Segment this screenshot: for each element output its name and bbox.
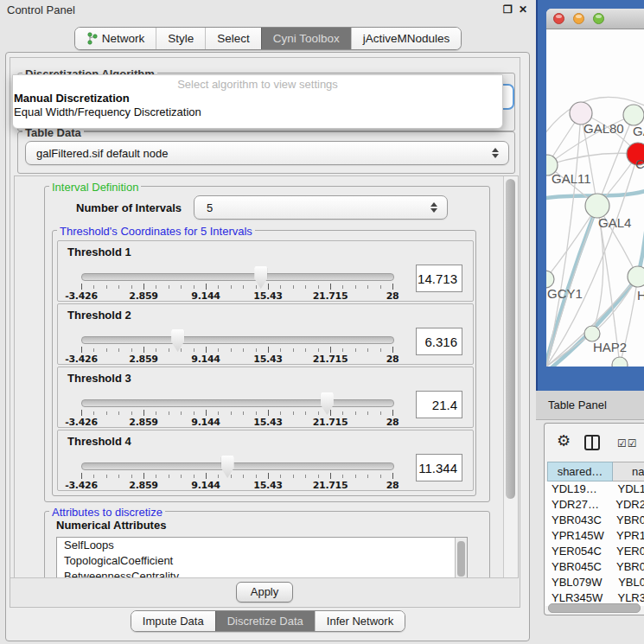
slider-tick — [181, 411, 182, 415]
table-row[interactable]: YER054CYER0 — [545, 544, 644, 559]
threshold-value-field[interactable]: 6.316 — [416, 328, 462, 355]
slider-tick-label: 2.859 — [122, 354, 165, 365]
slider-thumb[interactable] — [171, 329, 184, 352]
slider-tick — [156, 411, 156, 415]
tab-select[interactable]: Select — [205, 28, 261, 49]
slider-tick — [293, 285, 294, 289]
checkbox-icons[interactable]: ☑☑ — [617, 437, 638, 450]
slider-track[interactable] — [81, 399, 394, 407]
tab-jactivemnodules[interactable]: jActiveMNodules — [351, 28, 462, 49]
slider-tick — [367, 411, 368, 415]
node-right-h[interactable] — [628, 266, 644, 287]
table-data-combobox[interactable]: galFiltered.sif default node — [25, 141, 509, 165]
close-icon[interactable]: ✕ — [519, 3, 527, 16]
slider-tick — [305, 411, 306, 415]
tab-network[interactable]: Network — [75, 28, 156, 49]
slider-tick — [256, 475, 257, 478]
horizontal-scrollbar-thumb[interactable] — [548, 603, 641, 613]
node-label: GAL11 — [552, 171, 591, 186]
slider-tick — [355, 475, 356, 478]
node-gcy1[interactable] — [546, 271, 554, 288]
settings-scrollbar[interactable] — [503, 176, 518, 577]
slider-track[interactable] — [81, 336, 394, 344]
table-row[interactable]: YDR27…YDR2 — [545, 497, 644, 513]
settings-scrollbar-thumb[interactable] — [506, 179, 515, 499]
slider-tick — [380, 348, 381, 352]
numerical-attributes-list[interactable]: SelfLoopsTopologicalCoefficientBetweenne… — [56, 537, 468, 578]
slider-tick — [93, 285, 94, 289]
slider-tick — [118, 285, 119, 289]
network-canvas[interactable]: GAL80GACGAL11GAL4GCY1HHAP2 — [546, 29, 644, 367]
split-column-icon[interactable] — [584, 435, 600, 450]
node-green-top[interactable] — [623, 105, 644, 125]
slider-track[interactable] — [81, 273, 394, 281]
node-gal4[interactable] — [585, 194, 609, 218]
slider-tick — [118, 411, 119, 415]
slider-tick — [380, 475, 381, 478]
cell-name: YER0 — [609, 544, 644, 559]
network-edge[interactable] — [546, 113, 581, 367]
slider-tick — [81, 410, 82, 416]
slider-tick — [305, 348, 306, 352]
slider-tick — [367, 348, 368, 352]
tab-discretize-data[interactable]: Discretize Data — [215, 611, 315, 631]
apply-strip: Apply — [10, 577, 519, 606]
tab-style[interactable]: Style — [156, 28, 205, 49]
slider-track[interactable] — [81, 462, 394, 470]
close-light[interactable] — [553, 13, 564, 24]
column-header-name[interactable]: na — [613, 462, 644, 481]
zoom-light[interactable] — [593, 13, 604, 24]
table-row[interactable]: YDL19…YDL1 — [545, 481, 644, 497]
algorithm-option[interactable]: Manual Discretization — [13, 92, 502, 105]
cell-name: YPR1 — [609, 528, 644, 544]
threshold-value-field[interactable]: 11.344 — [416, 454, 462, 481]
threshold-value-field[interactable]: 14.713 — [416, 265, 462, 292]
number-of-intervals-combobox[interactable]: 5 — [194, 195, 448, 220]
minimize-light[interactable] — [573, 13, 584, 24]
table-row[interactable]: YBR043CYBR0 — [545, 513, 644, 528]
slider-tick-label: -3.426 — [60, 354, 103, 365]
gear-icon[interactable]: ⚙ — [557, 433, 571, 449]
attribute-list-item[interactable]: TopologicalCoefficient — [57, 553, 467, 569]
slider-tick — [256, 411, 257, 415]
slider-tick — [194, 348, 194, 352]
slider-tick — [106, 411, 107, 415]
slider-tick — [330, 410, 331, 416]
tab-impute-data[interactable]: Impute Data — [131, 611, 215, 631]
slider-tick — [118, 475, 119, 478]
apply-button[interactable]: Apply — [236, 582, 294, 603]
table-row[interactable]: YBR045CYBR0 — [545, 559, 644, 575]
node-bottom-partial[interactable] — [612, 357, 628, 367]
attribute-list-item[interactable]: SelfLoops — [57, 538, 467, 553]
slider-tick — [392, 473, 393, 479]
cell-shared-name: YBL079W — [545, 575, 611, 590]
table-row[interactable]: YPR145WYPR1 — [545, 528, 644, 544]
algorithm-option[interactable]: Equal Width/Frequency Discretization — [13, 105, 502, 119]
table-body: YDL19…YDL1YDR27…YDR2YBR043CYBR0YPR145WYP… — [545, 481, 644, 606]
slider-thumb[interactable] — [221, 456, 234, 478]
cell-name: YBR0 — [609, 559, 644, 575]
slider-tick — [169, 348, 169, 352]
slider-tick — [293, 348, 294, 352]
tab-infer-network[interactable]: Infer Network — [315, 611, 405, 631]
tab-cyni-toolbox[interactable]: Cyni Toolbox — [261, 28, 351, 49]
column-header-shared-name[interactable]: shared… — [547, 462, 613, 481]
slider-tick — [143, 284, 144, 290]
tab-label: Network — [102, 32, 145, 45]
slider-tick-label: 21.715 — [309, 417, 352, 428]
float-icon[interactable]: ❐ — [503, 3, 513, 16]
slider-tick — [218, 475, 219, 478]
slider-tick-label: -3.426 — [60, 417, 103, 428]
list-scrollbar-thumb[interactable] — [457, 541, 465, 577]
slider-thumb[interactable] — [321, 392, 334, 415]
table-data-value: galFiltered.sif default node — [26, 147, 488, 160]
threshold-label: Threshold 3 — [67, 372, 131, 385]
list-scrollbar[interactable] — [455, 538, 467, 578]
slider-tick — [181, 285, 182, 289]
slider-tick-label: 9.144 — [184, 290, 227, 302]
threshold-value-field[interactable]: 21.4 — [416, 391, 462, 418]
slider-tick — [181, 348, 182, 352]
cell-shared-name: YDR27… — [545, 497, 609, 513]
slider-tick — [342, 411, 343, 415]
table-row[interactable]: YBL079WYBL0 — [545, 575, 644, 590]
